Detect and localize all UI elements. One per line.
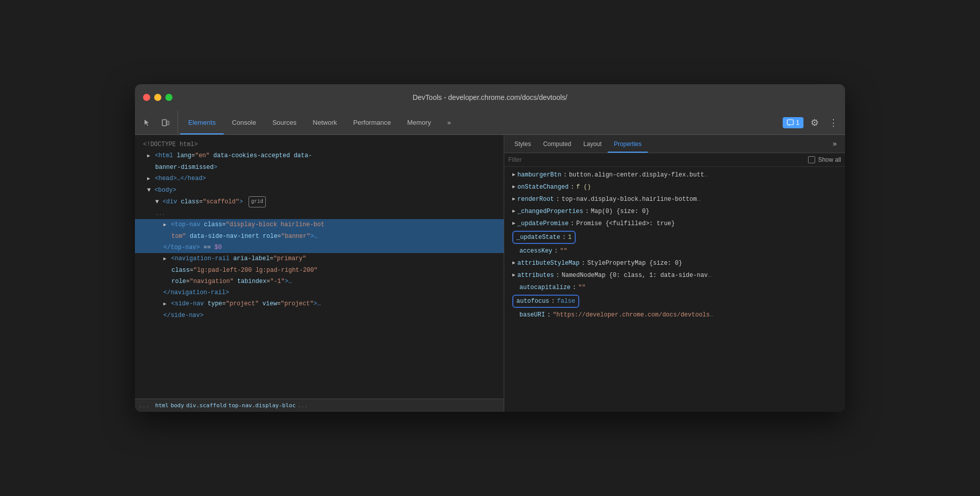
- toolbar: Elements Console Sources Network Perform…: [135, 111, 845, 135]
- breadcrumb-end-dots: ...: [298, 402, 308, 409]
- elements-panel: <!DOCTYPE html> ▶ <html lang="en" data-c…: [135, 135, 504, 412]
- ellipsis-line: ...: [135, 208, 504, 219]
- sub-tab-computed[interactable]: Computed: [537, 135, 577, 153]
- div-scaffold-line[interactable]: ▼ <div class="scaffold"> grid: [135, 196, 504, 208]
- prop-onStateChanged[interactable]: ▶ onStateChanged : f (): [504, 181, 845, 193]
- tab-performance[interactable]: Performance: [345, 111, 399, 134]
- expand-arrow-sidenav: ▶: [163, 301, 166, 307]
- breadcrumb: ... html body div.scaffold top-nav.displ…: [135, 399, 504, 412]
- cursor-icon: [143, 119, 151, 127]
- show-all-checkbox[interactable]: [808, 156, 815, 163]
- maximize-button[interactable]: [165, 94, 172, 101]
- properties-panel: Styles Computed Layout Properties »: [504, 135, 845, 412]
- breadcrumb-body[interactable]: body: [170, 402, 184, 409]
- side-nav-line[interactable]: ▶ <side-nav type="project" view="project…: [135, 298, 504, 310]
- expand-arrow-head: ▶: [147, 176, 150, 182]
- main-content: <!DOCTYPE html> ▶ <html lang="en" data-c…: [135, 135, 845, 412]
- html-tag-line[interactable]: ▶ <html lang="en" data-cookies-accepted …: [135, 150, 504, 162]
- properties-content[interactable]: ▶ hamburgerBtn : button.align-center.dis…: [504, 167, 845, 412]
- svg-rect-0: [162, 120, 166, 126]
- notification-badge[interactable]: 1: [783, 117, 803, 128]
- html-tag-line-cont[interactable]: banner-dismissed>: [135, 162, 504, 173]
- prop-renderRoot[interactable]: ▶ renderRoot : top-nav.display-block.hai…: [504, 193, 845, 205]
- prop-hamburgerBtn[interactable]: ▶ hamburgerBtn : button.align-center.dis…: [504, 169, 845, 181]
- toolbar-icons: [139, 111, 178, 134]
- breadcrumb-scaffold[interactable]: div.scaffold: [186, 402, 226, 409]
- close-button[interactable]: [143, 94, 150, 101]
- sub-tab-properties[interactable]: Properties: [608, 135, 648, 153]
- grid-badge[interactable]: grid: [249, 196, 266, 207]
- show-all-label: Show all: [818, 156, 841, 163]
- traffic-lights: [143, 94, 172, 101]
- svg-rect-1: [167, 121, 169, 125]
- collapse-arrow-scaffold: ▼: [155, 198, 159, 205]
- show-all-area[interactable]: Show all: [808, 156, 841, 163]
- toolbar-right: 1 ⚙ ⋮: [779, 111, 841, 134]
- side-nav-close[interactable]: </side-nav>: [135, 310, 504, 321]
- tab-console[interactable]: Console: [224, 111, 264, 134]
- sub-tab-styles[interactable]: Styles: [508, 135, 537, 153]
- titlebar: DevTools - developer.chrome.com/docs/dev…: [135, 84, 845, 111]
- more-button[interactable]: ⋮: [826, 115, 841, 130]
- nav-rail-line-1[interactable]: ▶ <navigation-rail aria-label="primary": [135, 253, 504, 265]
- prop-attributes[interactable]: ▶ attributes : NamedNodeMap {0: class, 1…: [504, 269, 845, 281]
- tab-elements[interactable]: Elements: [180, 111, 224, 134]
- tabs: Elements Console Sources Network Perform…: [180, 111, 779, 134]
- prop-changedProperties[interactable]: ▶ _changedProperties : Map(0) {size: 0}: [504, 205, 845, 218]
- prop-baseURI[interactable]: baseURI : "https://developer.chrome.com/…: [504, 309, 845, 321]
- expand-arrow: ▶: [147, 153, 150, 159]
- sub-tab-layout[interactable]: Layout: [577, 135, 608, 153]
- sub-tab-more[interactable]: »: [829, 135, 841, 153]
- elements-content[interactable]: <!DOCTYPE html> ▶ <html lang="en" data-c…: [135, 135, 504, 399]
- breadcrumb-start-dots: ...: [139, 402, 149, 409]
- breadcrumb-html[interactable]: html: [155, 402, 169, 409]
- expand-arrow-topnav: ▶: [163, 222, 166, 228]
- head-line[interactable]: ▶ <head>…</head>: [135, 173, 504, 185]
- collapse-arrow-body: ▼: [147, 187, 151, 194]
- top-nav-line-1[interactable]: ▶ <top-nav class="display-block hairline…: [135, 219, 504, 231]
- doctype-line: <!DOCTYPE html>: [135, 139, 504, 150]
- top-nav-close-line[interactable]: </top-nav> == $0: [135, 242, 504, 253]
- filter-input[interactable]: [508, 156, 610, 163]
- nav-rail-close[interactable]: </navigation-rail>: [135, 287, 504, 298]
- prop-updatePromise[interactable]: ▶ _updatePromise : Promise {<fulfilled>:…: [504, 218, 845, 230]
- top-nav-line-2[interactable]: tom" data-side-nav-inert role="banner">…: [135, 231, 504, 242]
- tab-network[interactable]: Network: [305, 111, 345, 134]
- chat-icon: [787, 119, 794, 126]
- tab-more[interactable]: »: [439, 111, 459, 134]
- prop-accessKey[interactable]: accessKey : "": [504, 245, 845, 257]
- filter-row: Show all: [504, 153, 845, 167]
- body-line[interactable]: ▼ <body>: [135, 185, 504, 196]
- devtools-window: DevTools - developer.chrome.com/docs/dev…: [135, 84, 845, 412]
- tab-memory[interactable]: Memory: [399, 111, 439, 134]
- breadcrumb-topnav[interactable]: top-nav.display-bloc: [228, 402, 295, 409]
- expand-arrow-navrail: ▶: [163, 256, 166, 262]
- device-icon-button[interactable]: [157, 115, 173, 131]
- minimize-button[interactable]: [154, 94, 161, 101]
- prop-attributeStyleMap[interactable]: ▶ attributeStyleMap : StylePropertyMap {…: [504, 257, 845, 269]
- sub-tabs: Styles Computed Layout Properties »: [504, 135, 845, 153]
- device-icon: [161, 119, 169, 127]
- window-title: DevTools - developer.chrome.com/docs/dev…: [412, 93, 567, 101]
- svg-rect-2: [787, 120, 793, 125]
- cursor-icon-button[interactable]: [139, 115, 155, 131]
- nav-rail-line-2[interactable]: class="lg:pad-left-200 lg:pad-right-200": [135, 265, 504, 276]
- settings-button[interactable]: ⚙: [808, 115, 822, 130]
- prop-autofocus[interactable]: autofocus : false: [504, 294, 845, 309]
- nav-rail-line-3[interactable]: role="navigation" tabindex="-1">…: [135, 276, 504, 287]
- tab-sources[interactable]: Sources: [264, 111, 305, 134]
- prop-updateState[interactable]: _updateState : 1: [504, 230, 845, 245]
- prop-autocapitalize[interactable]: autocapitalize : "": [504, 281, 845, 294]
